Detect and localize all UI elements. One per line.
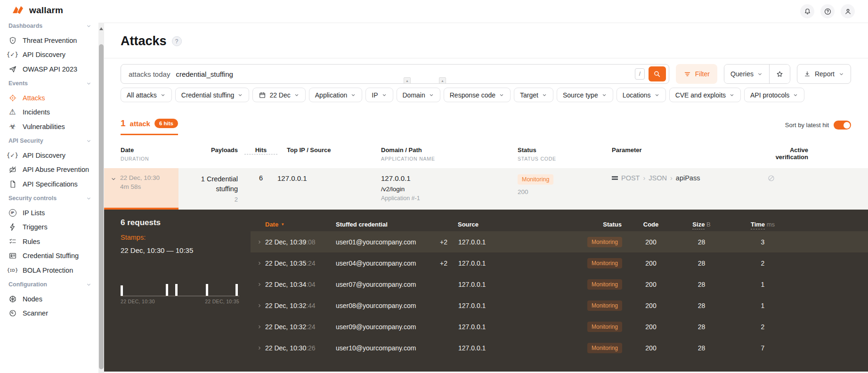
request-size: 28 (677, 281, 726, 288)
help-circle-icon (824, 8, 832, 16)
expand-chevron-icon[interactable] (257, 303, 262, 308)
expand-chevron-icon[interactable] (257, 324, 262, 330)
sort-toggle[interactable] (834, 121, 851, 130)
sidebar-section-security-controls[interactable]: Security controls (0, 191, 98, 206)
sidebar-item-triggers[interactable]: Triggers (0, 220, 98, 235)
request-row[interactable]: 22 Dec, 10:34:04user07@yourcompany.com12… (251, 274, 868, 295)
filter-chip-response-code[interactable]: Response code (444, 88, 511, 102)
attack-date-cell[interactable]: 22 Dec, 10:30 4m 58s (104, 168, 178, 210)
stuffed-credential: user09@yourcompany.com (336, 323, 416, 331)
sidebar-item-owasp-api-2023[interactable]: OWASP API 2023 (0, 62, 98, 77)
attack-row[interactable]: 22 Dec, 10:30 4m 58s 1 Credential stuffi… (104, 168, 868, 210)
col-top-ip: Top IP / Source (277, 146, 381, 162)
help-button[interactable] (820, 4, 835, 18)
section-label: Dashboards (8, 23, 42, 29)
sidebar-item-api-discovery[interactable]: {✓}API Discovery (0, 148, 98, 163)
request-status-cell: Monitoring (561, 343, 625, 353)
filter-chip-domain[interactable]: Domain (397, 88, 440, 102)
histogram-bar (166, 284, 168, 296)
filter-chip-source-type[interactable]: Source type (557, 88, 613, 102)
attack-path[interactable]: /v2/login (381, 186, 518, 193)
sidebar-section-events[interactable]: Events (0, 76, 98, 91)
request-size: 28 (677, 259, 726, 267)
req-col-time[interactable]: Time ms (726, 221, 799, 228)
attack-domain[interactable]: 127.0.0.1 (381, 174, 518, 182)
payload-type[interactable]: 1 Credential stuffing (178, 174, 238, 194)
request-row[interactable]: 22 Dec, 10:32:24user09@yourcompany.com12… (251, 316, 868, 337)
sidebar-scrollbar[interactable] (98, 23, 104, 373)
sidebar-item-threat-prevention[interactable]: Threat Prevention (0, 33, 98, 48)
attacks-count-tab[interactable]: 1 attack 6 hits (121, 118, 178, 135)
sidebar-item-incidents[interactable]: ⚠Incidents (0, 105, 98, 120)
search-input[interactable]: attacks today credential_stuffing / (121, 64, 669, 84)
filter-chip-22-dec[interactable]: 22 Dec (252, 88, 305, 102)
filter-chip-all-attacks[interactable]: All attacks (121, 88, 172, 102)
request-date: 22 Dec, 10:34:04 (265, 281, 316, 288)
request-date-cell: 22 Dec, 10:34:04 (251, 281, 333, 288)
scrollbar-up-arrow-icon[interactable] (99, 26, 103, 30)
status-badge: Monitoring (587, 300, 622, 311)
notifications-button[interactable] (800, 4, 814, 18)
page-help-icon[interactable]: ? (172, 36, 182, 46)
req-col-date[interactable]: Date▼ (251, 221, 333, 228)
sidebar-item-label: BOLA Protection (23, 267, 73, 274)
sidebar-item-vulnerabilities[interactable]: ☣Vulnerabilities (0, 120, 98, 134)
chevron-down-icon (757, 71, 763, 77)
chevron-down-icon (86, 23, 92, 29)
status-code: 200 (518, 188, 612, 195)
stamps-link[interactable]: Stamps: (121, 234, 251, 241)
collapse-chevron-icon[interactable] (110, 176, 117, 208)
credential-extra-count[interactable]: +2 (440, 238, 447, 246)
sidebar-item-ip-lists[interactable]: IPIP Lists (0, 206, 98, 220)
filter-chip-locations[interactable]: Locations (617, 88, 666, 102)
expand-chevron-icon[interactable] (257, 239, 262, 245)
request-row[interactable]: 22 Dec, 10:39:08user01@yourcompany.com+2… (251, 231, 868, 252)
req-col-credential: Stuffed credential (333, 221, 458, 228)
filter-chip-credential-stuffing[interactable]: Credential stuffing (175, 88, 250, 102)
filter-chip-application[interactable]: Application (309, 88, 363, 102)
wallarm-logo[interactable]: wallarm (12, 5, 63, 16)
filter-chip-target[interactable]: Target (514, 88, 553, 102)
favorite-queries-button[interactable] (769, 65, 790, 83)
request-row[interactable]: 22 Dec, 10:30:26user10@yourcompany.com12… (251, 337, 868, 358)
param-method: POST (621, 174, 640, 182)
sidebar-item-nodes[interactable]: Nodes (0, 292, 98, 307)
sidebar-item-credential-stuffing[interactable]: Credential Stuffing (0, 249, 98, 263)
sidebar-item-attacks[interactable]: Attacks (0, 91, 98, 105)
request-date-cell: 22 Dec, 10:35:24 (251, 259, 333, 267)
credential-extra-count[interactable]: +2 (440, 259, 447, 267)
request-row[interactable]: 22 Dec, 10:35:24user04@yourcompany.com+2… (251, 252, 868, 274)
req-col-size[interactable]: Size B (677, 221, 726, 228)
sidebar-item-label: Vulnerabilities (23, 123, 65, 130)
chevron-down-icon (237, 92, 243, 98)
queries-button[interactable]: Queries (724, 65, 769, 83)
sidebar-item-rules[interactable]: Rules (0, 235, 98, 249)
sidebar-item-bola-protection[interactable]: {ɪᴅ}BOLA Protection (0, 263, 98, 278)
scrollbar-thumb[interactable] (99, 44, 104, 369)
sidebar-item-api-specifications[interactable]: API Specifications (0, 177, 98, 192)
request-status-cell: Monitoring (561, 279, 625, 290)
filter-chip-ip[interactable]: IP (365, 88, 393, 102)
chevron-down-icon (86, 195, 92, 202)
expand-chevron-icon[interactable] (257, 282, 262, 287)
request-date-cell: 22 Dec, 10:39:08 (251, 238, 333, 246)
expand-chevron-icon[interactable] (257, 345, 262, 351)
sidebar-item-api-abuse-prevention[interactable]: API Abuse Prevention (0, 162, 98, 177)
report-button[interactable]: Report (797, 64, 851, 84)
search-button[interactable] (649, 66, 666, 81)
filter-button[interactable]: Filter (676, 64, 717, 84)
sidebar-section-configuration[interactable]: Configuration (0, 277, 98, 292)
filter-chip-cve-and-exploits[interactable]: CVE and exploits (669, 88, 741, 102)
sidebar-item-scanner[interactable]: Scanner (0, 306, 98, 321)
ui-artifact: ▲ (439, 77, 446, 84)
verification-disabled-icon[interactable] (767, 174, 808, 182)
col-hits[interactable]: Hits (244, 146, 277, 162)
request-row[interactable]: 22 Dec, 10:32:44user08@yourcompany.com12… (251, 295, 868, 316)
account-button[interactable] (841, 4, 855, 18)
sidebar-section-dashboards[interactable]: Dashboards (0, 23, 98, 33)
filter-chip-api-protocols[interactable]: API protocols (744, 88, 804, 102)
sidebar-item-api-discovery[interactable]: {✓}API Discovery (0, 48, 98, 62)
expand-chevron-icon[interactable] (257, 260, 262, 266)
sidebar-section-api-security[interactable]: API Security (0, 134, 98, 148)
filter-icon (683, 70, 691, 78)
